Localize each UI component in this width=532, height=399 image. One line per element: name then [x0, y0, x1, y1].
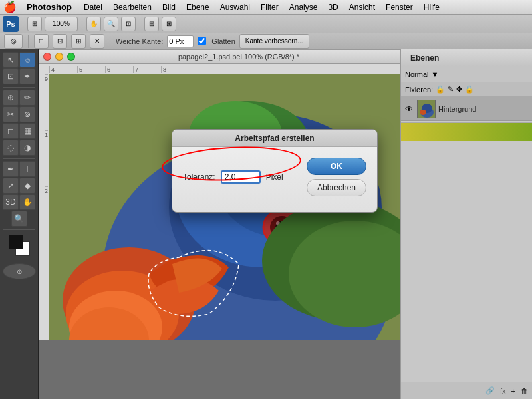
menu-auswahl[interactable]: Auswahl: [215, 3, 255, 12]
toolbar-view-btn[interactable]: ⊟: [144, 17, 159, 31]
tool-text[interactable]: T: [19, 161, 35, 177]
menu-filter[interactable]: Filter: [255, 3, 284, 12]
dialog-content: Toleranz: Pixel OK Abbrechen: [172, 147, 377, 212]
layer-thumbnail: [417, 100, 436, 118]
dialog-toleranz-row: Toleranz: Pixel OK Abbrechen: [183, 158, 366, 196]
toolbar-sep-2: [82, 17, 82, 31]
layers-fix-bar: Fixieren: 🔒 ✎ ✥ 🔒: [401, 82, 532, 97]
layers-footer: 🔗 fx + 🗑: [401, 382, 532, 399]
dialog-title: Arbeitspfad erstellen: [172, 130, 377, 147]
toolbar-sep-3: [140, 17, 140, 31]
options-shape-1[interactable]: □: [34, 34, 49, 49]
dialog-buttons: OK Abbrechen: [307, 158, 366, 196]
layers-blend-controls: Normal ▼: [401, 66, 532, 82]
smooth-checkbox[interactable]: [198, 37, 206, 45]
menubar: 🍎 Photoshop Datei Bearbeiten Bild Ebene …: [0, 0, 532, 15]
tool-sep-1: [3, 87, 35, 88]
tool-colors[interactable]: [9, 235, 30, 256]
tool-clone[interactable]: ✂: [3, 106, 19, 122]
improve-edge-btn[interactable]: Kante verbessern...: [239, 34, 309, 49]
layer-delete-icon[interactable]: 🗑: [521, 387, 528, 395]
toolbar-sep-1: [23, 17, 23, 31]
menu-ebene[interactable]: Ebene: [181, 3, 215, 12]
fix-icon-all[interactable]: 🔒: [465, 85, 474, 94]
menu-3d[interactable]: 3D: [323, 3, 343, 12]
toolbar-zoom-tool-btn[interactable]: 🔍: [104, 17, 118, 31]
layers-header: Ebenen: [401, 49, 532, 66]
tool-history[interactable]: ⊚: [19, 106, 35, 122]
ok-button[interactable]: OK: [307, 158, 366, 175]
smooth-label: Glätten: [211, 37, 235, 45]
toolbar-arrange-btn[interactable]: ⊞: [162, 17, 176, 31]
options-tool-btn[interactable]: ◎: [4, 34, 23, 49]
tool-3d[interactable]: 3D: [3, 194, 19, 210]
tool-zoom[interactable]: 🔍: [11, 211, 27, 227]
main-toolbar: Ps ⊞ 100% ✋ 🔍 ⊡ ⊟ ⊞: [0, 15, 532, 33]
toleranz-input[interactable]: [221, 170, 261, 184]
toleranz-label: Toleranz:: [183, 172, 215, 182]
tool-sep-2: [3, 158, 35, 159]
tool-view[interactable]: ✋: [19, 194, 35, 210]
svg-point-21: [420, 110, 426, 115]
feather-input[interactable]: [167, 35, 194, 47]
app-name: Photoshop: [20, 2, 78, 12]
toleranz-unit: Pixel: [266, 172, 283, 182]
options-shape-4[interactable]: ✕: [90, 34, 104, 49]
fg-color[interactable]: [9, 235, 23, 249]
tool-selection[interactable]: ↖: [3, 52, 19, 68]
layer-visibility-eye[interactable]: 👁: [404, 104, 414, 114]
layer-add-icon[interactable]: +: [511, 387, 515, 395]
tool-crop[interactable]: ⊡: [3, 68, 19, 84]
menu-ansicht[interactable]: Ansicht: [344, 3, 380, 12]
tool-dodge[interactable]: ◑: [19, 140, 35, 156]
fix-icon-edit[interactable]: ✎: [448, 85, 454, 94]
main-area: ↖ ⌾ ⊡ ✒ ⊕ ✏ ✂ ⊚ ◻ ▦ ◌ ◑ ✒ T ↗: [0, 49, 532, 399]
feather-label: Weiche Kante:: [116, 37, 163, 45]
tool-gradient[interactable]: ▦: [19, 123, 35, 139]
apple-menu[interactable]: 🍎: [0, 0, 20, 15]
toolbar-hand-btn[interactable]: ✋: [86, 17, 101, 31]
fix-icon-move[interactable]: ✥: [456, 85, 462, 94]
menu-hilfe[interactable]: Hilfe: [418, 3, 445, 12]
tool-heal[interactable]: ⊕: [3, 90, 19, 106]
menu-bearbeiten[interactable]: Bearbeiten: [108, 3, 157, 12]
layer-link-icon[interactable]: 🔗: [485, 386, 495, 395]
menu-datei[interactable]: Datei: [78, 3, 108, 12]
toolbar-zoom-btn[interactable]: 100%: [45, 17, 78, 31]
tool-pen[interactable]: ✒: [3, 161, 19, 177]
opt-sep-1: [28, 35, 29, 48]
layer-color-fill: [401, 122, 532, 141]
ps-icon: Ps: [3, 16, 19, 32]
tool-blur[interactable]: ◌: [3, 140, 19, 156]
opt-sep-2: [110, 35, 110, 48]
fix-icon-lock[interactable]: 🔒: [436, 85, 445, 94]
layer-fx-icon[interactable]: fx: [500, 387, 506, 395]
layers-panel: Ebenen Normal ▼ Fixieren: 🔒 ✎ ✥ 🔒 👁: [400, 49, 532, 399]
toolbar-mode-btn[interactable]: ⊞: [27, 17, 42, 31]
cancel-button[interactable]: Abbrechen: [307, 179, 366, 196]
blend-mode-chevron[interactable]: ▼: [431, 70, 438, 78]
fix-label: Fixieren:: [405, 86, 433, 94]
tool-sep-3: [3, 229, 35, 230]
tool-path-select[interactable]: ↗: [3, 178, 19, 194]
tool-shape[interactable]: ◆: [19, 178, 35, 194]
menu-fenster[interactable]: Fenster: [380, 3, 418, 12]
canvas-area: papagei2_1.psd bei 100% (RGB/8*) * 4 5 6…: [39, 49, 532, 399]
layers-tab[interactable]: Ebenen: [406, 53, 443, 63]
tool-brush[interactable]: ✏: [19, 90, 35, 106]
tools-panel: ↖ ⌾ ⊡ ✒ ⊕ ✏ ✂ ⊚ ◻ ▦ ◌ ◑ ✒ T ↗: [0, 49, 39, 399]
layer-name: Hintergrund: [438, 105, 529, 113]
dialog-arbeitspfad: Arbeitspfad erstellen Toleranz: Pixel OK…: [172, 129, 378, 213]
tool-eraser[interactable]: ◻: [3, 123, 19, 139]
options-bar: ◎ □ ⊡ ⊞ ✕ Weiche Kante: Glätten Kante ve…: [0, 33, 532, 49]
blend-mode-label: Normal: [405, 70, 428, 78]
tool-lasso[interactable]: ⌾: [19, 52, 35, 68]
tool-eyedropper[interactable]: ✒: [19, 68, 35, 84]
tool-quickmask[interactable]: ⊙: [3, 263, 36, 279]
options-shape-3[interactable]: ⊞: [71, 34, 86, 49]
toolbar-shape-btn[interactable]: ⊡: [121, 17, 136, 31]
options-shape-2[interactable]: ⊡: [53, 34, 67, 49]
menu-bild[interactable]: Bild: [157, 3, 181, 12]
menu-analyse[interactable]: Analyse: [284, 3, 323, 12]
layer-background-item[interactable]: 👁 Hintergrund: [401, 97, 532, 121]
